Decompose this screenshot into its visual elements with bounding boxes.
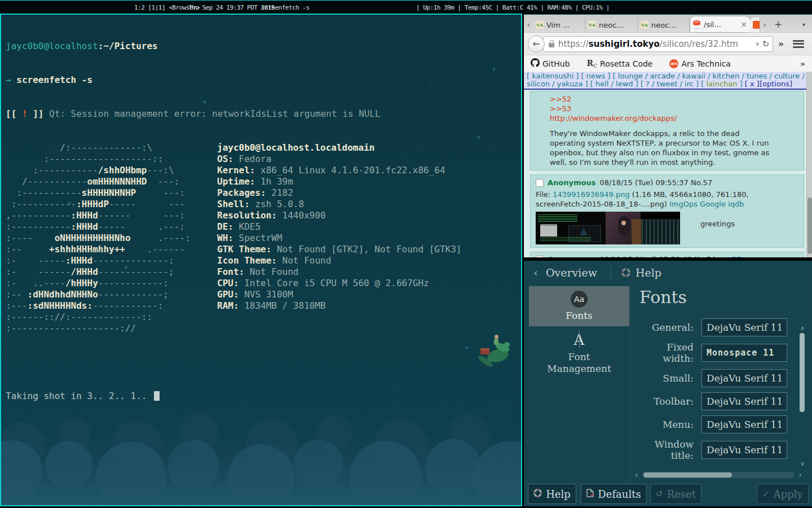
tab-list-dropdown-icon[interactable]: ▾	[796, 21, 812, 32]
apply-icon: ✓	[762, 489, 770, 499]
ars-technica-icon: ars	[669, 59, 678, 68]
post-checkbox[interactable]	[536, 179, 544, 187]
header-help-button[interactable]: Help	[636, 266, 661, 279]
thread-posts: >>52 >>53 http://windowmaker.org/dockapp…	[524, 90, 812, 257]
file-action-link[interactable]: Google	[700, 200, 726, 208]
backlink[interactable]: >>57	[720, 255, 741, 257]
fetch-info: jayc0b0@localhost.localdomainOS: FedoraK…	[217, 142, 461, 334]
bookmark-rosetta-code[interactable]: RC Rosetta Code	[587, 59, 653, 69]
font-value-field[interactable]: DejaVu Serif 11	[701, 441, 787, 459]
url-dropdown-icon[interactable]: ∨	[752, 41, 762, 47]
font-management-icon: A	[570, 331, 589, 349]
prompt-line: jayc0b0@localhost:~/Pictures	[6, 41, 461, 52]
external-link[interactable]: http://windowmaker.org/dockapps/	[550, 114, 677, 122]
menu-button[interactable]	[793, 40, 804, 48]
board-navigation: [ kaitensushi ] [ news ] [ lounge / arca…	[524, 72, 812, 90]
terminal-content[interactable]: jayc0b0@localhost:~/Pictures → screenfet…	[6, 18, 461, 424]
reset-icon: ↺	[656, 489, 663, 499]
tab-silicon-active[interactable]: /sil... ×	[690, 16, 750, 32]
fonts-icon: Aa	[571, 291, 588, 308]
font-settings-rows: General:DejaVu Serif 11Fixed width:Monos…	[635, 318, 804, 461]
post-54-partial: Anonymous 08/18/15 (Wed) 05:50:48 No.54 …	[530, 252, 804, 257]
terminal-window[interactable]: jayc0b0@localhost:~/Pictures → screenfet…	[0, 14, 522, 506]
scroll-left-icon[interactable]: ‹	[635, 471, 638, 479]
post-text: They're WindowMaker dockapps, a relic to…	[550, 129, 798, 167]
command-text: screenfetch -s	[16, 75, 92, 85]
scrollbar-thumb[interactable]	[807, 198, 812, 254]
system-settings-window: ‹ Overview Help Aa Fonts A Font Manageme…	[524, 261, 812, 506]
font-value-field[interactable]: Monospace 11	[701, 344, 787, 362]
font-setting-row: Menu:DejaVu Serif 11	[635, 415, 804, 433]
new-tab-button[interactable]: +	[769, 19, 787, 32]
help-button-icon	[533, 489, 542, 500]
font-setting-label: Fixed width:	[635, 341, 701, 364]
font-setting-row: Fixed width:Monospace 11	[635, 341, 804, 364]
settings-vscroll-thumb[interactable]	[800, 333, 805, 412]
navigation-toolbar: ← https://sushigirl.tokyo/silicon/res/32…	[524, 32, 812, 55]
post-thumbnail[interactable]	[536, 212, 680, 244]
font-value-field[interactable]: DejaVu Serif 11	[701, 392, 787, 410]
scroll-up-icon[interactable]: ∧	[800, 325, 805, 332]
settings-sidebar: Aa Fonts A Font Management	[529, 286, 629, 380]
defaults-button[interactable]: Defaults	[581, 484, 647, 504]
board-nav-line1[interactable]: [ kaitensushi ] [ news ] [ lounge / arca…	[527, 72, 809, 80]
github-icon	[531, 58, 540, 69]
font-value-field[interactable]: DejaVu Serif 11	[701, 415, 787, 433]
bookmark-ars-technica[interactable]: ars Ars Technica	[669, 59, 730, 68]
overview-button[interactable]: Overview	[546, 266, 597, 279]
quote-link[interactable]: >>52	[550, 95, 571, 103]
font-setting-row: Window title:DejaVu Serif 11	[635, 439, 804, 461]
hscroll-thumb[interactable]	[643, 472, 732, 478]
back-arrow-icon: ←	[532, 38, 540, 49]
qt-error-text: Qt: Session management error: networkIds…	[43, 108, 380, 119]
status-bar: 1:2 [1|1] <Browser> Thu Sep 24 19:37 PDT…	[0, 0, 812, 14]
font-setting-label: Toolbar:	[635, 396, 701, 407]
wallpaper-clouds	[1, 437, 521, 505]
page-scrollbar[interactable]	[806, 72, 812, 257]
post-checkbox[interactable]	[536, 256, 544, 258]
url-bar[interactable]: https://sushigirl.tokyo/silicon/res/32.h…	[543, 36, 773, 52]
tab-neocities-1[interactable]: VA neoc...	[585, 17, 638, 32]
poster-name: Anonymous	[548, 255, 595, 257]
system-stats: | Up:1h 39m | Temp:45C | Batt:C 41% | RA…	[416, 4, 610, 11]
bookmark-github[interactable]: GitHub	[531, 58, 570, 69]
tab-scroll-left-icon[interactable]: ‹	[524, 20, 533, 32]
quote-link[interactable]: >>53	[550, 104, 571, 113]
bookmarks-overflow-icon[interactable]: »	[800, 59, 805, 68]
scroll-right-icon[interactable]: ›	[798, 471, 802, 479]
bookmarks-bar: GitHub RC Rosetta Code ars Ars Technica …	[524, 55, 812, 72]
font-setting-row: Toolbar:DejaVu Serif 11	[635, 392, 804, 410]
sidebar-item-fonts[interactable]: Aa Fonts	[529, 286, 629, 326]
tab-partial[interactable]	[750, 17, 760, 32]
wallpaper-sprite	[478, 334, 522, 379]
font-value-field[interactable]: DejaVu Serif 11	[701, 318, 787, 336]
sidebar-item-font-management[interactable]: A Font Management	[529, 326, 629, 380]
font-value-field[interactable]: DejaVu Serif 11	[701, 369, 787, 387]
hscroll-track[interactable]	[642, 472, 795, 478]
settings-hscrollbar[interactable]: ‹ ›	[635, 471, 802, 479]
reset-button[interactable]: ↺ Reset	[650, 484, 701, 504]
tab-vim[interactable]: VA Vim ...	[533, 17, 585, 32]
font-setting-label: Small:	[635, 373, 701, 384]
post-date: 08/18/15 (Wed) 05:50:48 No.54	[599, 255, 716, 257]
tab-neocities-2[interactable]: VA neoc...	[638, 17, 690, 32]
va-favicon: VA	[641, 21, 648, 29]
tab-scroll-right-icon[interactable]: ›	[760, 20, 769, 32]
board-nav-line2[interactable]: silicon / yakuza ] [ hell / lewd ] [ ? /…	[527, 80, 809, 88]
file-action-link[interactable]: ImgOps	[669, 200, 698, 208]
help-button[interactable]: Help	[528, 484, 576, 504]
ascii-art: /:-------------:\ :-------------------::…	[6, 142, 217, 334]
url-text: https://sushigirl.tokyo/silicon/res/32.h…	[558, 39, 738, 49]
font-setting-row: Small:DejaVu Serif 11	[635, 369, 804, 387]
scroll-down-icon[interactable]: ∨	[800, 460, 805, 467]
command-line: → screenfetch -s	[6, 75, 461, 86]
file-action-link[interactable]: iqdb	[728, 200, 744, 208]
close-tab-icon[interactable]: ×	[739, 20, 747, 29]
reload-icon[interactable]: ↻	[762, 39, 770, 49]
file-link[interactable]: 1439916936949.png	[553, 190, 629, 199]
star-icon	[476, 133, 480, 141]
sidebar-divider	[630, 286, 631, 483]
apply-button[interactable]: ✓ Apply	[757, 484, 809, 504]
toolbar-overflow-icon[interactable]: »	[773, 39, 789, 49]
back-button[interactable]: ←	[528, 36, 545, 52]
